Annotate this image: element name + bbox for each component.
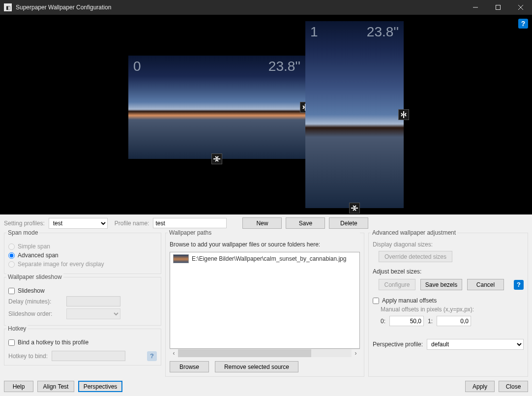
paths-instruction: Browse to add your wallpaper files or so… xyxy=(170,241,360,248)
monitor-1-id: 1 xyxy=(310,24,318,40)
delete-button[interactable]: Delete xyxy=(329,217,368,229)
maximize-button[interactable] xyxy=(487,0,509,15)
bezel-handle-h[interactable] xyxy=(398,109,409,120)
monitor-0-id: 0 xyxy=(133,59,141,74)
paths-title: Wallpaper paths xyxy=(168,229,360,236)
scroll-right-icon[interactable]: › xyxy=(352,349,360,357)
paths-group: Wallpaper paths Browse to add your wallp… xyxy=(165,233,364,377)
manual-offsets-checkbox[interactable]: Apply manual offsets xyxy=(373,297,524,304)
hotkey-bind-label: Hotkey to bind: xyxy=(8,353,48,360)
profile-name-input[interactable] xyxy=(153,218,227,228)
svg-line-16 xyxy=(401,115,403,116)
advanced-group: Advanced wallpaper adjustment Display di… xyxy=(368,233,528,377)
offset1-input[interactable] xyxy=(437,316,471,326)
hotkey-title: Hotkey xyxy=(6,325,28,332)
delay-input xyxy=(66,296,120,306)
bezel-handle-v[interactable] xyxy=(211,153,222,164)
monitor-1-size: 23.8'' xyxy=(367,24,399,40)
slideshow-group: Wallpaper slideshow Slideshow Delay (min… xyxy=(4,277,161,326)
controls-panel: Setting profiles: test Profile name: New… xyxy=(0,214,532,396)
setting-profiles-label: Setting profiles: xyxy=(4,220,45,227)
offset0-label: 0: xyxy=(381,318,385,325)
svg-rect-1 xyxy=(496,5,501,10)
offset1-label: 1: xyxy=(428,318,433,325)
svg-line-21 xyxy=(355,206,356,207)
apply-button[interactable]: Apply xyxy=(465,381,495,392)
hotkey-help-icon[interactable]: ? xyxy=(147,351,157,361)
app-icon: ◧ xyxy=(4,3,12,11)
help-icon[interactable]: ? xyxy=(518,19,528,29)
advanced-span-radio[interactable]: Advanced span xyxy=(8,252,157,259)
close-app-button[interactable]: Close xyxy=(499,381,528,392)
hotkey-input xyxy=(52,351,125,361)
bezel-help-icon[interactable]: ? xyxy=(514,280,524,290)
hotkey-group: Hotkey Bind a hotkey to this profile Hot… xyxy=(4,329,161,366)
svg-line-6 xyxy=(303,107,304,109)
file-row[interactable]: E:\Eigene Bilder\Wallpaper\calm_sunset_b… xyxy=(170,252,359,265)
svg-line-11 xyxy=(217,156,218,158)
profile-name-label: Profile name: xyxy=(115,220,149,227)
monitor-layout: 0 23.8'' 1 23.8'' xyxy=(128,21,404,208)
close-button[interactable] xyxy=(509,0,532,15)
save-button[interactable]: Save xyxy=(286,217,325,229)
remove-source-button[interactable]: Remove selected source xyxy=(215,361,298,372)
horizontal-scrollbar[interactable]: ‹ › xyxy=(170,349,360,357)
preview-area: ? 0 23.8'' 1 23.8'' xyxy=(0,15,532,214)
order-select xyxy=(66,308,120,319)
setting-profiles-select[interactable]: test xyxy=(49,218,108,229)
manual-offsets-hint: Manual offsets in pixels (x,y=px,px): xyxy=(381,306,524,313)
monitor-0-size: 23.8'' xyxy=(268,59,300,74)
advanced-title: Advanced wallpaper adjustment xyxy=(371,229,457,236)
slideshow-checkbox[interactable]: Slideshow xyxy=(8,287,157,294)
new-button[interactable]: New xyxy=(242,217,282,229)
separate-span-radio[interactable]: Separate image for every display xyxy=(8,261,157,268)
svg-line-18 xyxy=(405,115,406,116)
slideshow-title: Wallpaper slideshow xyxy=(6,274,63,280)
help-button[interactable]: Help xyxy=(4,381,33,392)
minimize-button[interactable] xyxy=(464,0,487,15)
offset0-input[interactable] xyxy=(389,316,424,326)
perspectives-button[interactable]: Perspectives xyxy=(78,381,122,392)
display-diag-label: Display diagonal sizes: xyxy=(373,241,524,248)
monitor-1[interactable]: 1 23.8'' xyxy=(305,21,404,208)
delay-label: Delay (minutes): xyxy=(8,298,62,305)
window-title: Superpaper Wallpaper Configuration xyxy=(16,4,464,11)
svg-line-13 xyxy=(217,160,218,161)
titlebar: ◧ Superpaper Wallpaper Configuration xyxy=(0,0,532,15)
scroll-left-icon[interactable]: ‹ xyxy=(170,349,178,357)
browse-button[interactable]: Browse xyxy=(170,361,209,372)
profile-row: Setting profiles: test Profile name: New… xyxy=(4,217,528,229)
override-sizes-button[interactable]: Override detected sizes xyxy=(379,251,452,262)
file-path: E:\Eigene Bilder\Wallpaper\calm_sunset_b… xyxy=(192,255,346,262)
order-label: Slideshow order: xyxy=(8,310,62,317)
file-list[interactable]: E:\Eigene Bilder\Wallpaper\calm_sunset_b… xyxy=(170,252,360,349)
span-mode-group: Span mode Simple span Advanced span Sepa… xyxy=(4,233,161,274)
cancel-bezels-button[interactable]: Cancel xyxy=(467,279,504,290)
adjust-bezel-label: Adjust bezel sizes: xyxy=(373,268,524,275)
svg-line-23 xyxy=(355,209,356,211)
perspective-label: Perspective profile: xyxy=(373,341,423,348)
save-bezels-button[interactable]: Save bezels xyxy=(420,279,462,290)
bezel-handle-v[interactable] xyxy=(349,203,360,213)
align-test-button[interactable]: Align Test xyxy=(37,381,74,392)
span-mode-title: Span mode xyxy=(6,229,39,236)
configure-button[interactable]: Configure xyxy=(379,279,415,290)
perspective-select[interactable]: default xyxy=(427,339,524,350)
monitor-0[interactable]: 0 23.8'' xyxy=(128,56,305,159)
hotkey-checkbox[interactable]: Bind a hotkey to this profile xyxy=(8,339,157,346)
file-thumbnail xyxy=(173,254,189,263)
simple-span-radio[interactable]: Simple span xyxy=(8,243,157,250)
bottom-bar: Help Align Test Perspectives Apply Close xyxy=(4,377,528,392)
